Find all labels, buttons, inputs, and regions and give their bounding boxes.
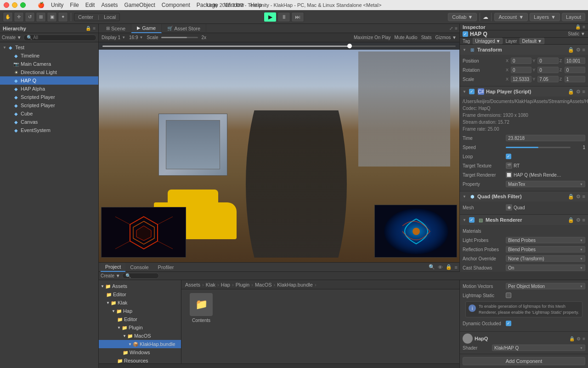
center-local-group[interactable]: Center | Local <box>74 13 120 21</box>
move-tool[interactable]: ✛ <box>14 12 24 22</box>
mesh-filter-menu-icon[interactable]: ≡ <box>582 194 585 200</box>
maximize-button[interactable] <box>20 2 26 8</box>
tree-item-plugin[interactable]: ▼ 📁 Plugin <box>99 323 181 332</box>
gizmos-btn[interactable]: Gizmos ▼ <box>435 35 457 40</box>
rot-y-value[interactable]: 0 <box>537 67 558 73</box>
hierarchy-item-cube[interactable]: ◆ Cube <box>0 109 98 118</box>
account-button[interactable]: Account ▼ <box>494 13 528 21</box>
scale-x-field[interactable]: X 12.5333 <box>506 76 531 82</box>
rot-x-field[interactable]: X 0 <box>506 67 531 73</box>
mesh-filter-settings-icon[interactable]: ⚙ <box>576 194 581 200</box>
mesh-ref[interactable]: ⬢ Quad <box>506 204 585 211</box>
hapq-shader-dropdown[interactable]: Klak/HAP Q ▼ <box>492 345 585 351</box>
static-label[interactable]: Static ▼ <box>568 31 585 36</box>
light-probes-dropdown[interactable]: Blend Probes ▼ <box>506 237 585 243</box>
hierarchy-create-button[interactable]: Create ▼ <box>2 35 22 40</box>
scale-z-value[interactable]: 1 <box>565 76 585 82</box>
menu-component[interactable]: Component <box>159 2 193 8</box>
hap-lock-icon[interactable]: 🔒 <box>568 89 574 95</box>
cast-shadows-dropdown[interactable]: On ▼ <box>506 264 585 271</box>
tree-item-hap[interactable]: ▼ 📁 Hap <box>99 307 181 315</box>
pos-x-field[interactable]: X 0 <box>506 58 531 64</box>
rot-y-field[interactable]: Y 0 <box>532 67 558 73</box>
scene-maximize-icon[interactable]: ⤢ <box>449 26 453 31</box>
menu-apple[interactable]: 🍎 <box>35 2 47 8</box>
bottom-search-icon[interactable]: 🔍 <box>429 264 435 270</box>
scale-tool[interactable]: ⊞ <box>36 12 46 22</box>
layout-button[interactable]: Layout <box>562 13 585 21</box>
bc-hap[interactable]: Hap <box>221 282 230 288</box>
hap-settings-icon[interactable]: ⚙ <box>576 89 581 95</box>
mesh-renderer-enabled[interactable]: ✓ <box>469 217 475 223</box>
mesh-renderer-header[interactable]: ▼ ✓ ▧ Mesh Renderer 🔒 ⚙ ≡ <box>460 215 588 225</box>
project-create-button[interactable]: Create ▼ <box>101 273 120 278</box>
maximize-on-play-btn[interactable]: Maximize On Play <box>354 35 391 40</box>
local-label[interactable]: Local <box>102 14 118 20</box>
hap-menu-icon[interactable]: ≡ <box>582 89 585 95</box>
cloud-icon[interactable]: ☁ <box>483 14 488 20</box>
mesh-renderer-settings-icon[interactable]: ⚙ <box>576 217 581 223</box>
add-component-button[interactable]: Add Component <box>463 357 585 365</box>
scale-control[interactable]: Scale 2x <box>147 35 206 40</box>
bottom-lock-icon[interactable]: 🔒 <box>446 264 452 270</box>
hierarchy-menu-icon[interactable]: ≡ <box>93 26 96 31</box>
mesh-filter-header[interactable]: ▼ ⬢ Quad (Mesh Filter) 🔒 ⚙ ≡ <box>460 191 588 201</box>
scrubber-bar[interactable] <box>99 42 459 50</box>
pos-z-value[interactable]: 10.001 <box>565 58 585 64</box>
bc-plugin[interactable]: Plugin <box>236 282 250 288</box>
transform-tool[interactable]: ✦ <box>58 12 68 22</box>
pos-y-value[interactable]: 0 <box>537 58 558 64</box>
tab-scene[interactable]: ⊞ Scene <box>101 24 131 33</box>
scale-y-value[interactable]: 7.05 <box>537 76 558 82</box>
display-selector[interactable]: Display 1 ▼ <box>102 35 125 40</box>
anchor-override-ref[interactable]: None (Transform) ▼ <box>506 255 585 262</box>
collab-button[interactable]: Collab ▼ <box>448 13 477 21</box>
tree-item-assets[interactable]: ▼ 📁 Assets <box>99 282 181 290</box>
hierarchy-item-scripted-player2[interactable]: ◆ Scripted Player <box>0 101 98 109</box>
time-value[interactable]: 23.8218 <box>506 135 585 141</box>
mesh-renderer-menu-icon[interactable]: ≡ <box>582 217 585 223</box>
tag-dropdown[interactable]: Untagged ▼ <box>473 38 503 44</box>
transform-section-header[interactable]: ▼ ⊞ Transform 🔒 ⚙ ≡ <box>460 45 588 55</box>
hapq-settings-icon[interactable]: ⚙ <box>577 336 581 341</box>
scrubber-handle[interactable] <box>347 44 352 48</box>
scale-x-value[interactable]: 12.5333 <box>511 76 531 82</box>
hand-tool[interactable]: ✋ <box>3 12 13 22</box>
hierarchy-item-timeline[interactable]: ◆ Timeline <box>0 52 98 60</box>
reflection-probes-dropdown[interactable]: Blend Probes ▼ <box>506 246 585 253</box>
layer-dropdown[interactable]: Default ▼ <box>520 38 544 44</box>
transform-context-icon[interactable]: ⚙ <box>576 47 581 53</box>
scale-y-field[interactable]: Y 7.05 <box>532 76 558 82</box>
bc-assets[interactable]: Assets <box>185 282 200 288</box>
tree-item-klak[interactable]: ▼ 📁 Klak <box>99 299 181 307</box>
close-button[interactable] <box>4 2 9 8</box>
tab-project[interactable]: Project <box>101 263 125 272</box>
bottom-eye-icon[interactable]: 👁 <box>438 264 443 270</box>
tab-console[interactable]: Console <box>125 263 153 272</box>
target-renderer-ref[interactable]: ⬜ HAP Q (Mesh Rende… <box>506 172 585 178</box>
hierarchy-item-hap-alpha[interactable]: ◆ HAP Alpha <box>0 85 98 93</box>
rot-z-field[interactable]: Z 0 <box>560 67 585 73</box>
tab-asset-store[interactable]: 🛒 Asset Store <box>162 24 206 33</box>
scale-z-field[interactable]: Z 1 <box>560 76 585 82</box>
bc-klakhap[interactable]: KlakHap.bundle <box>277 282 313 288</box>
motion-vectors-dropdown[interactable]: Per Object Motion ▼ <box>506 283 585 289</box>
transform-lock-icon[interactable]: 🔒 <box>568 47 574 53</box>
rect-tool[interactable]: ▣ <box>47 12 57 22</box>
hierarchy-item-main-camera[interactable]: 📷 Main Camera <box>0 60 98 68</box>
anchor-override-dropdown[interactable]: None (Transform) ▼ <box>506 255 585 262</box>
inspector-lock-icon[interactable]: 🔒 <box>575 24 581 29</box>
hierarchy-item-scripted-player1[interactable]: ◆ Scripted Player <box>0 93 98 101</box>
menu-unity[interactable]: Unity <box>48 2 66 8</box>
tree-item-editor2[interactable]: 📁 Editor <box>99 315 181 323</box>
pos-z-field[interactable]: Z 10.001 <box>560 58 585 64</box>
dynamic-occluded-checkbox[interactable]: ✓ <box>506 321 511 326</box>
target-texture-ref[interactable]: 🎬 RT <box>506 162 585 169</box>
inspector-object-name[interactable]: HAP Q <box>470 31 566 37</box>
menu-file[interactable]: File <box>67 2 81 8</box>
menu-gameobject[interactable]: GameObject <box>121 2 158 8</box>
menu-assets[interactable]: Assets <box>98 2 120 8</box>
scrubber-track[interactable] <box>102 46 456 47</box>
tree-item-macos[interactable]: ▼ 📁 MacOS <box>99 332 181 340</box>
aspect-selector[interactable]: 16:9 ▼ <box>129 35 143 40</box>
